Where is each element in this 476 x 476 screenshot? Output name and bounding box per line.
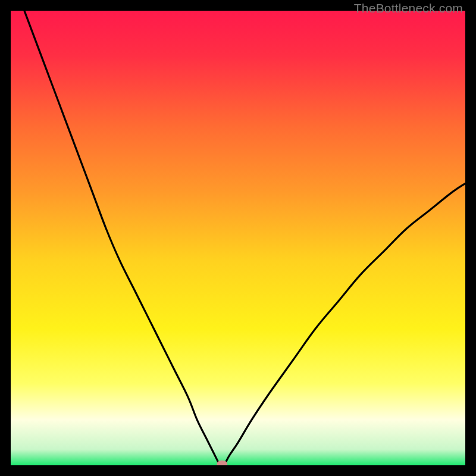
bottleneck-chart — [11, 11, 465, 465]
watermark-text: TheBottleneck.com — [354, 1, 463, 15]
chart-frame — [11, 11, 465, 465]
